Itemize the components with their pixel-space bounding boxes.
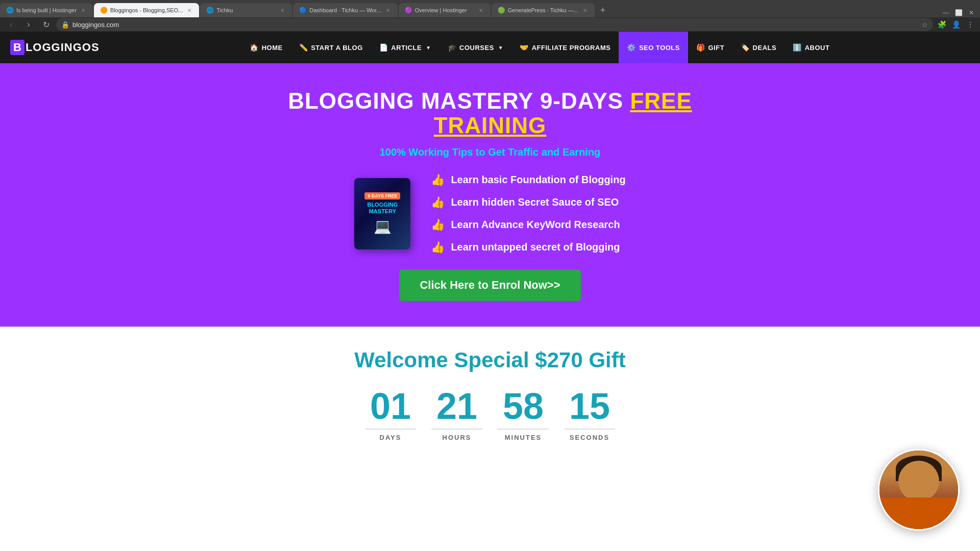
back-button[interactable]: ‹ (4, 17, 18, 32)
tab-controls: — ⬜ ✕ (941, 8, 980, 17)
nav-seo-tools[interactable]: ⚙️ SEO TOOLS (619, 32, 688, 63)
nav-deals[interactable]: 🏷️ DEALS (732, 32, 785, 63)
navigation-bar: B LOGGINGOS 🏠 HOME ✏️ START A BLOG 📄 ART… (0, 32, 980, 63)
tab-2-close[interactable]: ✕ (186, 7, 193, 14)
feature-1: 👍 Learn basic Foundation of Blogging (431, 173, 625, 187)
countdown-minutes: 58 MINUTES (498, 388, 549, 441)
countdown-seconds: 15 SECONDS (564, 388, 615, 441)
minimize-button[interactable]: — (941, 8, 951, 17)
tab-1-close[interactable]: ✕ (80, 7, 87, 14)
tab-2-favicon: 🟠 (100, 7, 107, 14)
tab-1[interactable]: 🌐 Is being built | Hostinger ✕ (0, 3, 93, 17)
tab-3[interactable]: 🌐 Tichku ✕ (200, 3, 292, 17)
refresh-button[interactable]: ↻ (39, 17, 53, 32)
video-avatar[interactable] (878, 449, 960, 531)
tab-1-favicon: 🌐 (6, 7, 13, 14)
hero-title-main: BLOGGING MASTERY 9-DAYS (288, 88, 630, 113)
about-icon: ℹ️ (793, 43, 802, 52)
feature-3-text: Learn Advance KeyWord Research (451, 219, 620, 231)
courses-icon: 🎓 (448, 43, 457, 52)
feature-4: 👍 Learn untapped secret of Blogging (431, 241, 625, 254)
welcome-title: Welcome Special $270 Gift (10, 348, 970, 372)
countdown-hours: 21 HOURS (431, 388, 482, 441)
more-icon[interactable]: ⋮ (965, 19, 976, 30)
profile-icon[interactable]: 👤 (950, 19, 962, 30)
countdown-minutes-label: MINUTES (505, 434, 542, 441)
hero-features-list: 👍 Learn basic Foundation of Blogging 👍 L… (431, 173, 625, 254)
tab-5-favicon: 🟣 (405, 7, 412, 14)
countdown-seconds-label: SECONDS (570, 434, 609, 441)
tab-5-close[interactable]: ✕ (477, 7, 484, 14)
countdown-days-number: 01 (365, 388, 416, 430)
tab-6-title: GeneratePress · Tichku —... (508, 7, 578, 13)
hero-title: BLOGGING MASTERY 9-DAYS FREE TRAINING (260, 89, 720, 138)
tab-4-favicon: 🔵 (299, 7, 306, 14)
tab-3-close[interactable]: ✕ (279, 7, 286, 14)
nav-courses[interactable]: 🎓 COURSES ▼ (439, 32, 512, 63)
nav-about[interactable]: ℹ️ ABOUT (785, 32, 838, 63)
tab-6-close[interactable]: ✕ (581, 7, 589, 14)
avatar-shirt (879, 497, 958, 529)
tab-6-favicon: 🟢 (498, 7, 505, 14)
feature-1-text: Learn basic Foundation of Blogging (451, 174, 625, 186)
nav-start-blog[interactable]: ✏️ START A BLOG (291, 32, 371, 63)
feature-2: 👍 Learn hidden Secret Sauce of SEO (431, 196, 625, 209)
seo-tools-icon: ⚙️ (627, 43, 636, 52)
nav-gift-label: GIFT (708, 44, 724, 52)
extensions-icon[interactable]: 🧩 (936, 19, 947, 30)
nav-gift[interactable]: 🎁 GIFT (688, 32, 732, 63)
nav-about-label: ABOUT (805, 44, 830, 52)
home-icon: 🏠 (250, 43, 259, 52)
article-icon: 📄 (379, 43, 388, 52)
nav-deals-label: DEALS (753, 44, 777, 52)
affiliate-icon: 🤝 (520, 43, 529, 52)
tab-5[interactable]: 🟣 Overview | Hostinger ✕ (399, 3, 491, 17)
tab-4[interactable]: 🔵 Dashboard · Tichku — Wor... ✕ (293, 3, 397, 17)
tab-5-title: Overview | Hostinger (415, 7, 474, 13)
pencil-icon: ✏️ (299, 43, 308, 52)
gift-icon: 🎁 (696, 43, 705, 52)
website-content: B LOGGINGOS 🏠 HOME ✏️ START A BLOG 📄 ART… (0, 32, 980, 551)
forward-button[interactable]: › (21, 17, 36, 32)
countdown-minutes-number: 58 (498, 388, 549, 430)
hero-book-cover: 9 DAYS FREE BLOGGING MASTERY 💻 (354, 178, 410, 249)
article-chevron-icon: ▼ (426, 45, 431, 51)
hero-inner: BLOGGING MASTERY 9-DAYS FREE TRAINING 10… (260, 89, 720, 301)
feature-2-text: Learn hidden Secret Sauce of SEO (451, 196, 619, 208)
tab-6[interactable]: 🟢 GeneratePress · Tichku —... ✕ (492, 3, 595, 17)
tab-2[interactable]: 🟠 Bloggingos - Blogging,SEO... ✕ (94, 3, 199, 17)
hero-section: BLOGGING MASTERY 9-DAYS FREE TRAINING 10… (0, 63, 980, 327)
countdown-seconds-number: 15 (564, 388, 615, 430)
nav-article-label: ARTICLE (391, 44, 422, 52)
lock-icon: 🔒 (61, 21, 69, 29)
avatar-head (898, 461, 939, 502)
nav-seo-tools-label: SEO TOOLS (639, 44, 680, 52)
nav-courses-label: COURSES (459, 44, 494, 52)
site-logo[interactable]: B LOGGINGOS (10, 40, 100, 55)
logo-text: LOGGINGOS (26, 41, 100, 54)
restore-button[interactable]: ⬜ (953, 8, 965, 17)
feature-1-icon: 👍 (431, 173, 445, 187)
tab-3-title: Tichku (216, 7, 276, 13)
feature-4-icon: 👍 (431, 241, 445, 254)
tab-4-close[interactable]: ✕ (384, 7, 391, 14)
courses-chevron-icon: ▼ (498, 45, 503, 51)
countdown-timer: 01 DAYS 21 HOURS 58 MINUTES 15 SECONDS (10, 388, 970, 441)
enrol-button[interactable]: Click Here to Enrol Now>> (399, 269, 580, 301)
tab-4-title: Dashboard · Tichku — Wor... (309, 7, 381, 13)
url-bar[interactable]: 🔒 bloggingos.com ☆ (56, 18, 933, 31)
nav-affiliate[interactable]: 🤝 AFFILIATE PROGRAMS (511, 32, 619, 63)
nav-article[interactable]: 📄 ARTICLE ▼ (371, 32, 439, 63)
nav-items: 🏠 HOME ✏️ START A BLOG 📄 ARTICLE ▼ 🎓 COU… (110, 32, 970, 63)
new-tab-button[interactable]: + (596, 3, 610, 17)
nav-home[interactable]: 🏠 HOME (241, 32, 291, 63)
close-window-button[interactable]: ✕ (967, 8, 976, 17)
browser-chrome: 🌐 Is being built | Hostinger ✕ 🟠 Bloggin… (0, 0, 980, 32)
countdown-days-label: DAYS (380, 434, 402, 441)
countdown-days: 01 DAYS (365, 388, 416, 441)
countdown-hours-number: 21 (431, 388, 482, 430)
nav-start-blog-label: START A BLOG (311, 44, 363, 52)
star-icon[interactable]: ☆ (922, 21, 928, 29)
feature-4-text: Learn untapped secret of Blogging (451, 241, 620, 253)
logo-b-letter: B (10, 40, 24, 55)
